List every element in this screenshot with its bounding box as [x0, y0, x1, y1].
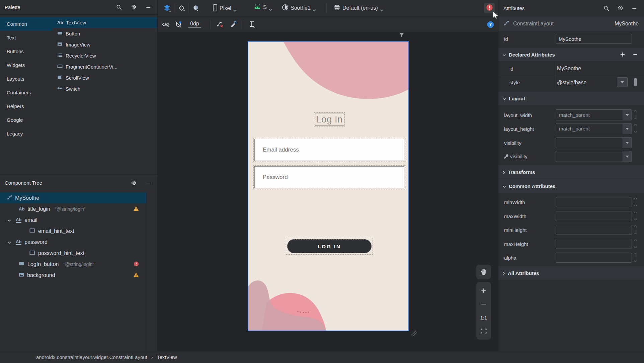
resource-pill[interactable]: [634, 198, 637, 206]
hide-panel-icon[interactable]: [144, 3, 153, 12]
id-input[interactable]: [556, 34, 632, 44]
component-tree-title: Component Tree: [5, 180, 42, 186]
style-dropdown-button[interactable]: [617, 77, 628, 87]
zoom-reset-button[interactable]: 1:1: [477, 315, 491, 321]
layout-section[interactable]: Layout: [498, 92, 644, 105]
gear-icon[interactable]: [616, 4, 625, 13]
resource-pill[interactable]: [634, 110, 637, 119]
resource-pill[interactable]: [634, 240, 637, 248]
infer-constraints-icon[interactable]: [228, 19, 238, 29]
palette-category-buttons[interactable]: Buttons: [0, 44, 53, 58]
resource-pill[interactable]: [634, 212, 637, 220]
gear-icon[interactable]: [129, 3, 138, 12]
clear-constraints-icon[interactable]: [215, 19, 225, 29]
search-icon[interactable]: [602, 4, 611, 13]
layout-height-combo[interactable]: match_parent: [556, 123, 632, 134]
api-selector[interactable]: S: [254, 4, 272, 10]
tree-row-login-button[interactable]: LogIn_button "@string/login": [0, 259, 146, 270]
chevron-down-icon[interactable]: [7, 217, 11, 223]
tree-row-mysoothe[interactable]: MySoothe: [0, 192, 146, 203]
search-icon[interactable]: [114, 3, 123, 12]
visibility-combo[interactable]: [556, 137, 632, 148]
chevron-right-icon: [503, 270, 505, 276]
device-selector[interactable]: Pixel: [213, 4, 236, 13]
breadcrumb-constraintlayout[interactable]: androidx.constraintlayout.widget.Constra…: [36, 354, 147, 360]
login-title[interactable]: Log in: [315, 113, 344, 126]
declared-attributes-section[interactable]: Declared Attributes: [498, 48, 644, 61]
visibility-label: visibility: [504, 140, 521, 146]
theme-selector[interactable]: Soothe1: [282, 4, 316, 12]
login-button[interactable]: LOG IN: [287, 239, 372, 253]
chevron-down-icon: [269, 6, 272, 8]
tree-row-title-login[interactable]: Ab title_login "@string/login": [0, 203, 146, 214]
design-surface-icon[interactable]: [161, 2, 173, 14]
minheight-input[interactable]: [556, 225, 632, 235]
zoom-in-button[interactable]: [477, 288, 491, 293]
svg-text:?: ?: [489, 22, 492, 27]
design-surface[interactable]: Log in Email address Password LOG IN: [157, 32, 498, 351]
tree-row-background[interactable]: background: [0, 270, 146, 281]
resource-pill[interactable]: [634, 225, 637, 234]
palette-item-switch[interactable]: Switch: [53, 83, 157, 94]
breadcrumb-textview[interactable]: TextView: [157, 354, 177, 360]
component-id: MySoothe: [615, 21, 639, 27]
minwidth-input[interactable]: [556, 197, 632, 207]
common-attributes-section[interactable]: Common Attributes: [498, 179, 644, 193]
filter-icon[interactable]: [399, 33, 404, 39]
password-field[interactable]: Password: [254, 166, 404, 188]
gear-icon[interactable]: [129, 179, 138, 187]
tree-row-email-hint-text[interactable]: email_hint_text: [0, 225, 146, 237]
locale-selector[interactable]: Default (en-us): [334, 4, 383, 12]
maxheight-input[interactable]: [556, 239, 632, 249]
maxwidth-label: maxWidth: [504, 213, 527, 219]
autoconnect-icon[interactable]: [173, 19, 183, 29]
android-studio-layout-editor: Palette Common Text Buttons Widgets Layo…: [0, 0, 644, 363]
orientation-icon[interactable]: [176, 2, 187, 14]
remove-attribute-icon[interactable]: [632, 51, 639, 58]
android-icon: [254, 4, 261, 10]
tools-visibility-combo[interactable]: [556, 151, 632, 162]
zoom-out-button[interactable]: [477, 301, 491, 307]
palette-category-text[interactable]: Text: [0, 31, 53, 44]
palette-category-common[interactable]: Common: [0, 17, 53, 31]
device-screen[interactable]: Log in Email address Password LOG IN: [248, 41, 409, 331]
palette-item-recyclerview[interactable]: RecyclerView: [53, 50, 157, 61]
layout-width-combo[interactable]: match_parent: [556, 109, 632, 120]
tree-row-password-hint-text[interactable]: password_hint_text: [0, 248, 146, 259]
resource-pill[interactable]: [634, 124, 637, 132]
palette-item-textview[interactable]: Ab TextView: [53, 17, 157, 28]
zoom-to-fit-button[interactable]: [477, 329, 491, 334]
default-margin-control[interactable]: 0dp: [188, 21, 201, 28]
view-options-icon[interactable]: [161, 19, 171, 29]
resource-pill[interactable]: [634, 253, 637, 262]
declared-attr-row[interactable]: style @style/base: [498, 75, 644, 90]
resource-pill[interactable]: [634, 78, 637, 86]
palette-item-fragmentcontainerview[interactable]: FragmentContainerVi...: [53, 61, 157, 72]
add-attribute-icon[interactable]: [619, 51, 626, 58]
email-field[interactable]: Email address: [254, 139, 404, 161]
resize-handle[interactable]: [410, 329, 417, 338]
hide-panel-icon[interactable]: [144, 179, 153, 187]
palette-category-google[interactable]: Google: [0, 113, 53, 127]
transforms-section[interactable]: Transforms: [498, 165, 644, 179]
hide-panel-icon[interactable]: [630, 4, 639, 13]
palette-category-helpers[interactable]: Helpers: [0, 99, 53, 113]
tree-row-password[interactable]: Ab password: [0, 237, 146, 248]
declared-attr-row[interactable]: id MySoothe: [498, 62, 644, 75]
tree-row-email[interactable]: Ab email: [0, 214, 146, 225]
palette-item-scrollview[interactable]: ScrollView: [53, 72, 157, 83]
palette-category-layouts[interactable]: Layouts: [0, 72, 53, 86]
palette-category-legacy[interactable]: Legacy: [0, 127, 53, 141]
palette-category-widgets[interactable]: Widgets: [0, 58, 53, 72]
maxwidth-input[interactable]: [556, 211, 632, 221]
pan-button[interactable]: [476, 265, 491, 279]
palette-item-imageview[interactable]: ImageView: [53, 39, 157, 50]
palette-item-button[interactable]: Button: [53, 28, 157, 39]
chevron-down-icon[interactable]: [7, 239, 11, 245]
night-mode-icon[interactable]: [190, 2, 202, 14]
phone-icon: [213, 4, 218, 13]
palette-category-containers[interactable]: Containers: [0, 86, 53, 99]
pack-align-icon[interactable]: [246, 19, 258, 29]
alpha-input[interactable]: [556, 253, 632, 263]
all-attributes-section[interactable]: All Attributes: [498, 266, 644, 280]
